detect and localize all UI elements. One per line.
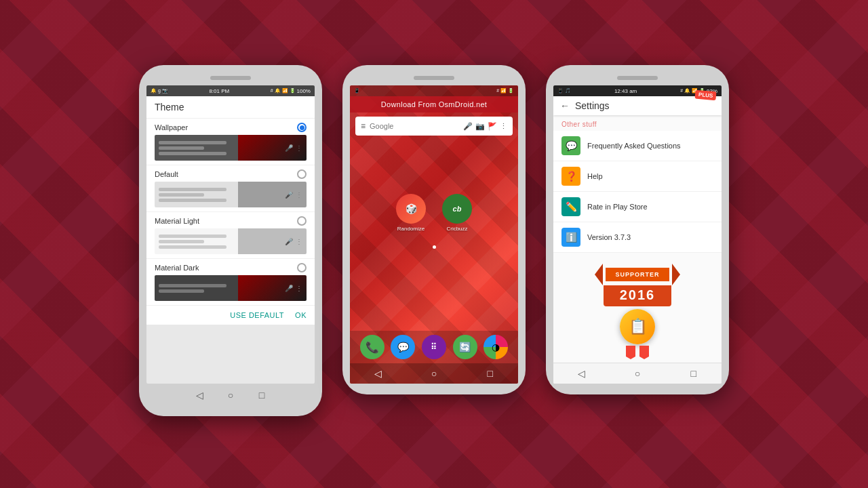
settings-item-faq[interactable]: 💬 Frequently Asked Questions bbox=[553, 131, 722, 161]
material-light-label: Material Light bbox=[155, 217, 199, 225]
recent-button-2[interactable]: □ bbox=[484, 367, 496, 380]
badge-year: 2016 bbox=[604, 285, 672, 306]
page-container: Action Launcher 3 Plus 3.7.3 Cracked 🔔 g… bbox=[0, 0, 868, 488]
dots-icon: ⋮ bbox=[296, 144, 302, 152]
theme-actions: USE DEFAULT OK bbox=[146, 306, 315, 325]
back-button-2[interactable]: ◁ bbox=[372, 367, 384, 380]
search-google-text: Google bbox=[370, 122, 459, 130]
back-button-3[interactable]: ◁ bbox=[575, 367, 587, 380]
recent-button-3[interactable]: □ bbox=[688, 367, 700, 380]
phone-3-screen: 📱 🎵 12:43 am # 🔔 📶 🔋 93% PLUS ← Settings bbox=[553, 85, 722, 384]
rate-text: Rate in Play Store bbox=[587, 203, 648, 211]
settings-back-arrow[interactable]: ← bbox=[560, 100, 570, 111]
phone-1-time: 8:01 PM bbox=[209, 88, 229, 94]
default-radio[interactable] bbox=[297, 169, 307, 179]
theme-option-default[interactable]: Default 🎤 ⋮ bbox=[146, 165, 315, 212]
home-button-3[interactable]: ○ bbox=[631, 367, 644, 380]
phone-2-nav-bar: ◁ ○ □ bbox=[350, 363, 518, 384]
phone-2-status-bar: 📱 # 📶 🔋 bbox=[350, 85, 518, 96]
back-button-1[interactable]: ◁ bbox=[193, 389, 205, 401]
settings-item-rate[interactable]: ✏️ Rate in Play Store bbox=[553, 192, 722, 222]
phone-1-notif-icons: 🔔 g 📷 bbox=[151, 88, 168, 94]
settings-item-version: ℹ️ Version 3.7.3 bbox=[553, 222, 722, 253]
phone-1-speaker bbox=[210, 76, 251, 80]
wallpaper-radio[interactable] bbox=[297, 123, 307, 132]
app-cricbuzz[interactable]: cb Cricbuzz bbox=[442, 194, 472, 232]
dots-icon: ⋮ bbox=[296, 191, 302, 199]
page-dot-indicator bbox=[433, 245, 436, 249]
home-button-1[interactable]: ○ bbox=[224, 389, 237, 401]
material-light-preview: 🎤 ⋮ bbox=[155, 228, 307, 254]
version-icon: ℹ️ bbox=[561, 228, 580, 247]
default-label: Default bbox=[155, 170, 178, 178]
badge-container: SUPPORTER 2016 bbox=[595, 264, 679, 306]
settings-item-help[interactable]: ❓ Help bbox=[553, 161, 722, 192]
dots-icon: ⋮ bbox=[296, 285, 302, 292]
randomize-label: Randomize bbox=[397, 226, 425, 232]
settings-title-text: Settings bbox=[575, 100, 610, 111]
badge-right-wing bbox=[672, 264, 680, 285]
material-dark-radio[interactable] bbox=[297, 263, 307, 272]
preview-bar bbox=[159, 141, 226, 144]
help-icon: ❓ bbox=[561, 167, 580, 186]
phone-1-status-bar: 🔔 g 📷 8:01 PM # 🔔 📶 🔋 100% bbox=[146, 85, 315, 96]
launcher-search-bar[interactable]: ≡ Google 🎤 📷 🚩 ⋮ bbox=[355, 117, 513, 136]
ok-button[interactable]: OK bbox=[295, 311, 307, 319]
phone-1-screen: 🔔 g 📷 8:01 PM # 🔔 📶 🔋 100% Theme bbox=[146, 85, 315, 384]
use-default-button[interactable]: USE DEFAULT bbox=[230, 311, 284, 319]
preview-bar bbox=[159, 289, 204, 293]
theme-option-material-dark[interactable]: Material Dark 🎤 ⋮ bbox=[146, 259, 315, 306]
preview-bar bbox=[159, 152, 226, 155]
ribbon-left bbox=[626, 346, 635, 359]
preview-bar bbox=[159, 199, 226, 202]
home-button-2[interactable]: ○ bbox=[428, 367, 440, 380]
phone-1: 🔔 g 📷 8:01 PM # 🔔 📶 🔋 100% Theme bbox=[139, 65, 322, 416]
preview-bar bbox=[159, 193, 204, 197]
badge-ribbon bbox=[626, 346, 649, 359]
phone-2-screen: 📱 # 📶 🔋 Download From OsmDroid.net ≡ Goo… bbox=[350, 85, 518, 384]
wallpaper-label: Wallpaper bbox=[155, 123, 188, 131]
launcher-content: 🎲 Randomize cb Cricbuzz bbox=[350, 140, 518, 254]
settings-section-label: Other stuff bbox=[553, 115, 722, 131]
flag-icon: 🚩 bbox=[488, 122, 497, 131]
dock-apps: 📞 💬 ⠿ 🔄 ◑ bbox=[350, 331, 518, 363]
phone-3-speaker bbox=[617, 76, 658, 80]
faq-icon: 💬 bbox=[561, 136, 580, 155]
mic-icon: 🎤 bbox=[285, 285, 293, 292]
theme-title: Theme bbox=[155, 102, 184, 113]
cricbuzz-icon: cb bbox=[442, 194, 472, 224]
phone-2-notif-icons: 📱 bbox=[354, 88, 360, 94]
phone-3: 📱 🎵 12:43 am # 🔔 📶 🔋 93% PLUS ← Settings bbox=[546, 65, 729, 394]
dots-icon: ⋮ bbox=[296, 238, 302, 245]
phone-1-home-bar: ◁ ○ □ bbox=[146, 384, 315, 405]
mic-icon: 🎤 bbox=[285, 191, 293, 199]
badge-supporter-text: SUPPORTER bbox=[606, 268, 669, 281]
phone-2-speaker bbox=[414, 76, 454, 80]
mic-search-icon: 🎤 bbox=[463, 122, 473, 131]
camera-icon: 📷 bbox=[475, 122, 485, 131]
material-dark-label: Material Dark bbox=[155, 264, 199, 272]
dock-bar: 📞 💬 ⠿ 🔄 ◑ ◁ ○ □ bbox=[350, 331, 518, 384]
material-light-radio[interactable] bbox=[297, 216, 307, 226]
theme-option-material-light[interactable]: Material Light 🎤 ⋮ bbox=[146, 212, 315, 259]
more-icon: ⋮ bbox=[500, 122, 507, 131]
theme-option-wallpaper[interactable]: Wallpaper 🎤 ⋮ bbox=[146, 119, 315, 165]
dock-browser[interactable]: 🔄 bbox=[453, 335, 477, 359]
dock-apps-btn[interactable]: ⠿ bbox=[422, 335, 446, 359]
app-randomize[interactable]: 🎲 Randomize bbox=[396, 194, 426, 232]
badge-medal: 📋 bbox=[620, 309, 655, 344]
wallpaper-preview: 🎤 ⋮ bbox=[155, 135, 307, 161]
faq-text: Frequently Asked Questions bbox=[587, 142, 681, 150]
settings-toolbar: ← Settings bbox=[553, 96, 722, 115]
phone-2-sys-icons: # 📶 🔋 bbox=[496, 88, 514, 94]
theme-header: Theme bbox=[146, 96, 315, 119]
dock-sms[interactable]: 💬 bbox=[391, 335, 415, 359]
recent-button-1[interactable]: □ bbox=[256, 389, 268, 401]
dock-phone[interactable]: 📞 bbox=[360, 335, 384, 359]
preview-bar bbox=[159, 146, 204, 150]
dock-pie[interactable]: ◑ bbox=[484, 335, 508, 359]
download-banner: Download From OsmDroid.net bbox=[350, 96, 518, 113]
default-preview: 🎤 ⋮ bbox=[155, 182, 307, 207]
badge-banner-row: SUPPORTER bbox=[595, 264, 679, 285]
phone-3-home-bar: ◁ ○ □ bbox=[553, 363, 722, 384]
